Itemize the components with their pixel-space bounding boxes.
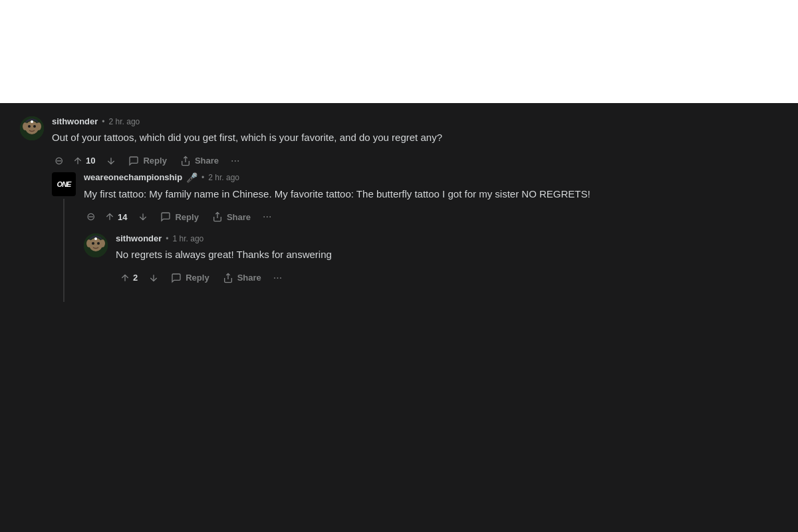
share-button-one[interactable]: Share [207, 209, 256, 225]
collapse-button[interactable]: ⊖ [52, 153, 66, 169]
collapse-button-one[interactable]: ⊖ [84, 209, 98, 225]
comment-header-2: sithwonder • 1 hr. ago [116, 233, 778, 243]
svg-point-5 [33, 125, 36, 128]
timestamp: 2 hr. ago [109, 117, 140, 126]
more-button[interactable]: ··· [227, 152, 243, 170]
comment-header: sithwonder • 2 hr. ago [52, 116, 778, 126]
comment-text-2: No regrets is always great! Thanks for a… [116, 247, 778, 263]
reply-icon-one [160, 211, 171, 222]
svg-point-4 [28, 125, 31, 128]
downvote-icon [106, 156, 116, 166]
svg-point-11 [92, 242, 94, 245]
svg-point-9 [86, 239, 92, 247]
share-icon [180, 156, 191, 166]
downvote-icon-2 [148, 273, 159, 283]
upvote-button[interactable]: 10 [68, 153, 99, 169]
username: sithwonder [52, 116, 98, 126]
comment-text-one: My first tattoo: My family name in Chine… [84, 187, 778, 202]
vote-count-one: 14 [118, 212, 127, 222]
downvote-button-one[interactable] [134, 209, 152, 225]
timestamp-2: 1 hr. ago [173, 234, 204, 243]
share-button[interactable]: Share [175, 153, 224, 169]
downvote-icon-one [138, 211, 148, 222]
avatar-sithwonder-2 [84, 233, 108, 257]
share-icon-2 [223, 273, 233, 283]
upvote-button-2[interactable]: 2 [116, 270, 142, 286]
verified-icon: 🎤 [186, 172, 198, 183]
share-button-2[interactable]: Share [217, 270, 267, 286]
reply-button[interactable]: Reply [123, 153, 172, 169]
svg-point-6 [31, 120, 33, 123]
more-button-2[interactable]: ··· [269, 269, 286, 287]
avatar [20, 116, 44, 140]
reply-button-2[interactable]: Reply [166, 270, 214, 286]
timestamp-one: 2 hr. ago [208, 173, 239, 182]
upvote-icon-2 [120, 273, 130, 283]
svg-point-12 [97, 242, 100, 245]
svg-point-13 [94, 237, 97, 240]
comment-header-one: weareonechampionship 🎤 • 2 hr. ago [84, 172, 778, 183]
upvote-button-one[interactable]: 14 [100, 209, 131, 225]
share-icon-one [212, 211, 223, 222]
action-bar: ⊖ 10 Reply [52, 152, 778, 170]
svg-point-10 [100, 239, 105, 247]
reply-icon-2 [171, 273, 182, 283]
comment-text: Out of your tattoos, which did you get f… [52, 130, 778, 146]
vote-count: 10 [86, 156, 95, 166]
more-button-one[interactable]: ··· [259, 208, 275, 225]
username-2: sithwonder [116, 233, 162, 243]
svg-point-2 [23, 122, 28, 130]
downvote-button-2[interactable] [144, 270, 163, 286]
upvote-icon [72, 156, 83, 166]
vote-count-2: 2 [133, 273, 138, 283]
svg-point-3 [36, 122, 41, 130]
reply-icon [128, 156, 139, 166]
action-bar-2: 2 Reply [116, 269, 778, 287]
username-one: weareonechampionship [84, 172, 182, 182]
action-bar-one: ⊖ 14 [84, 208, 778, 225]
reply-button-one[interactable]: Reply [155, 209, 203, 225]
downvote-button[interactable] [102, 153, 120, 169]
avatar-one: ONE [52, 172, 76, 196]
upvote-icon-one [104, 211, 115, 222]
